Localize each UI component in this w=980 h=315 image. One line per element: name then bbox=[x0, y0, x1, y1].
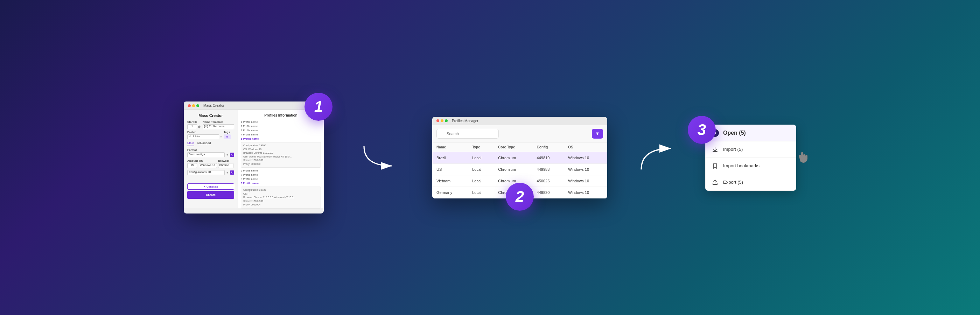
mc-tab-advanced[interactable]: Advanced bbox=[197, 142, 211, 146]
table-row[interactable]: US Local Chromium 449983 Windows 10 bbox=[432, 164, 607, 175]
step1-wrapper: 1 Mass Creator Mass Creator Start ID bbox=[184, 102, 324, 213]
mc-format-label: Format bbox=[187, 148, 234, 151]
mc-browser-label: Browser bbox=[218, 159, 234, 162]
pm-title-text: Profiles Manager bbox=[452, 119, 479, 123]
export-icon bbox=[711, 178, 719, 186]
list-item: 4 Profile name bbox=[241, 133, 321, 137]
mc-config-input[interactable]: Configurations: 31 bbox=[187, 170, 225, 175]
list-item: 6 Profile name bbox=[241, 169, 321, 173]
format-refresh-icon[interactable]: ↻ bbox=[230, 153, 234, 157]
menu-item-open[interactable]: Open (5) bbox=[706, 125, 796, 142]
list-item: 1 Profile name bbox=[241, 120, 321, 124]
col-header-name: Name bbox=[432, 142, 468, 152]
pm-search-input[interactable] bbox=[436, 129, 499, 138]
menu-item-import[interactable]: Import (5) bbox=[706, 142, 796, 158]
list-item-selected: 5 Profile name bbox=[241, 137, 321, 141]
cell-config: 449820 bbox=[533, 186, 564, 198]
main-container: 1 Mass Creator Mass Creator Start ID bbox=[0, 102, 980, 213]
download-icon bbox=[711, 146, 719, 153]
menu-item-export[interactable]: Export (5) bbox=[706, 174, 796, 190]
generate-button[interactable]: ✕ Generate bbox=[187, 183, 234, 190]
bookmark-icon bbox=[711, 162, 719, 170]
mc-amount-input[interactable]: 15 bbox=[187, 163, 197, 168]
profile-config-2: Configuration: 35733 bbox=[243, 188, 318, 192]
col-header-type: Type bbox=[468, 142, 494, 152]
config-chevron-icon[interactable]: ▼ bbox=[226, 172, 229, 174]
pm-search-wrapper: 🔍 bbox=[436, 129, 589, 138]
cell-type: Local bbox=[468, 152, 494, 164]
arrow1-svg bbox=[353, 143, 402, 172]
cell-config: 449983 bbox=[533, 164, 564, 175]
mc-tags-btn[interactable]: ⊕ bbox=[224, 134, 231, 139]
profile-useragent: User-Agent: Mozilla/5.0 (Windows NT 10.0… bbox=[243, 155, 318, 159]
titlebar-dot-red bbox=[188, 104, 191, 107]
mc-name-template-label: Name Template bbox=[203, 120, 234, 124]
col-header-core-type: Core Type bbox=[494, 142, 532, 152]
profile-config: Configuration: 29100 bbox=[243, 144, 318, 148]
context-menu: Open (5) Import (5) bbox=[705, 125, 796, 191]
config-refresh-icon[interactable]: ↻ bbox=[230, 170, 234, 175]
mc-tabs: Main Advanced bbox=[187, 142, 234, 146]
list-item: 7 Profile name bbox=[241, 173, 321, 177]
cell-os: Windows 10 bbox=[564, 175, 607, 186]
mass-creator-left-panel: Mass Creator Start ID 1 bbox=[184, 110, 238, 208]
mc-folder-label: Folder bbox=[187, 130, 222, 134]
profile-browser: Browser: Chrome 119.0.0.0 bbox=[243, 151, 318, 155]
mc-start-id-label: Start ID bbox=[187, 120, 200, 124]
table-header-row: Name Type Core Type Config OS bbox=[432, 142, 607, 152]
arrow2-container bbox=[635, 140, 677, 175]
export-label: Export (5) bbox=[723, 180, 743, 185]
start-id-up-icon[interactable] bbox=[198, 125, 200, 127]
profile-os: OS: Windows 10 bbox=[243, 148, 318, 151]
mc-config-section: Configurations: 31 ▼ ↻ bbox=[187, 170, 234, 175]
mass-creator-titlebar: Mass Creator bbox=[184, 102, 324, 110]
mc-browser-select[interactable]: Chrome bbox=[218, 163, 234, 168]
col-header-config: Config bbox=[533, 142, 564, 152]
mass-creator-right-panel: Profiles Information 1 Profile name 2 Pr… bbox=[238, 110, 324, 208]
profile-proxy: Proxy: 0000000 bbox=[243, 162, 318, 166]
create-button[interactable]: Create bbox=[187, 191, 234, 199]
folder-chevron-icon[interactable]: ▼ bbox=[220, 136, 222, 138]
pm-filter-button[interactable]: ▼ bbox=[592, 129, 603, 138]
import-bookmarks-label: Import bookmarks bbox=[723, 163, 759, 169]
filter-icon: ▼ bbox=[595, 131, 600, 136]
profile-os-2: OS: - bbox=[243, 192, 318, 196]
mass-creator-title-text: Mass Creator bbox=[204, 103, 224, 107]
cell-config: 449819 bbox=[533, 152, 564, 164]
mc-amount-section: Amount 15 OS Windows 10 Browser Chrome bbox=[187, 159, 234, 168]
open-label: Open (5) bbox=[723, 130, 746, 136]
titlebar-dot-green bbox=[196, 104, 199, 107]
pm-dot-green bbox=[445, 119, 448, 122]
pm-titlebar: Profiles Manager bbox=[432, 117, 607, 125]
table-row[interactable]: Brazil Local Chromium 449819 Windows 10 bbox=[432, 152, 607, 164]
step2-badge: 2 bbox=[506, 183, 534, 211]
mc-format-input[interactable]: From configs bbox=[187, 152, 225, 157]
step3-badge: 3 bbox=[688, 116, 716, 144]
format-chevron-icon[interactable]: ▼ bbox=[226, 154, 229, 156]
arrow2-svg bbox=[635, 140, 677, 175]
profile-proxy-2: Proxy: 0000004 bbox=[243, 203, 318, 207]
mc-folder-input[interactable]: No folder bbox=[187, 134, 219, 139]
cell-os: Windows 10 bbox=[564, 186, 607, 198]
cell-type: Local bbox=[468, 186, 494, 198]
cell-name: Germany bbox=[432, 186, 468, 198]
cell-core-type: Chromium bbox=[494, 164, 532, 175]
import-label: Import (5) bbox=[723, 146, 743, 152]
list-item-selected-2: 9 Profile name bbox=[241, 181, 321, 186]
profile-screen: Screen: 1600×900 bbox=[243, 159, 318, 162]
titlebar-dot-yellow bbox=[192, 104, 195, 107]
mc-start-id-input[interactable]: 1 bbox=[187, 124, 197, 129]
cell-core-type: Chromium bbox=[494, 152, 532, 164]
list-item: 3 Profile name bbox=[241, 129, 321, 133]
profile-detail-card-2: Configuration: 35733 OS: - Browser: Chro… bbox=[241, 186, 321, 208]
pm-dot-red bbox=[436, 119, 439, 122]
col-header-os: OS bbox=[564, 142, 607, 152]
mc-name-template-input[interactable]: {id} Profile name bbox=[203, 124, 234, 129]
list-item: 8 Profile name bbox=[241, 177, 321, 181]
mc-os-select[interactable]: Windows 10 bbox=[199, 163, 217, 168]
start-id-down-icon[interactable] bbox=[198, 127, 200, 129]
mc-tab-main[interactable]: Main bbox=[187, 142, 194, 146]
cell-name: US bbox=[432, 164, 468, 175]
mass-creator-window: Mass Creator Mass Creator Start ID 1 bbox=[184, 102, 324, 213]
menu-item-import-bookmarks[interactable]: Import bookmarks bbox=[706, 158, 796, 174]
